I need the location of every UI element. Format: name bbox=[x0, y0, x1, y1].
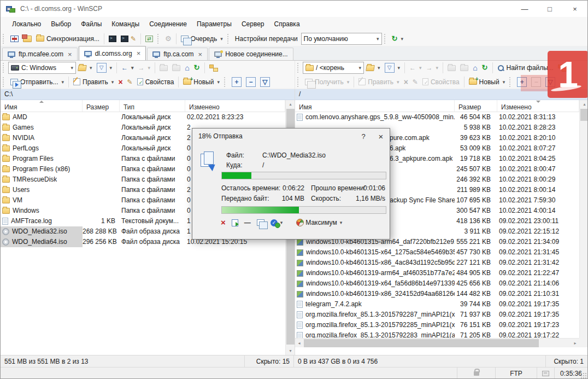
file-row[interactable]: windows10.0-kb4601319-x86_324152d94aa681… bbox=[295, 289, 579, 299]
download-button[interactable]: Получить ▾ bbox=[303, 77, 351, 87]
edit-dropdown-right[interactable]: ▾ bbox=[397, 79, 399, 85]
right-refresh-button[interactable]: ↻ bbox=[480, 63, 490, 72]
speed-limit-button[interactable]: Максимум ▾ bbox=[296, 219, 342, 226]
file-row[interactable]: com.lenovo.anyshare.gps_5.9.8_ww-4050908… bbox=[295, 112, 579, 123]
right-back-button[interactable]: ←▾ bbox=[407, 63, 424, 73]
properties-button-right[interactable]: Свойства bbox=[420, 77, 462, 87]
scroll-right-icon[interactable]: ▸ bbox=[571, 339, 579, 348]
resize-grip[interactable] bbox=[580, 372, 587, 379]
transfer-preset-combo[interactable]: По умолчанию ▾ bbox=[301, 33, 382, 45]
edit-dropdown-left[interactable]: ▾ bbox=[111, 79, 114, 85]
session-tab-ftp.mcafee.com[interactable]: ftp.mcafee.com× bbox=[2, 48, 78, 60]
scroll-up-icon[interactable]: ▴ bbox=[286, 100, 295, 108]
file-row[interactable]: org.mozilla.firefox_85.1.3-2015792287_mi… bbox=[295, 310, 579, 320]
preferences-button[interactable]: ⚙ bbox=[163, 34, 174, 43]
file-row[interactable]: windows10.0-kb4601319-arm64_af460351b77a… bbox=[295, 268, 579, 278]
menu-item-Сервер[interactable]: Сервер bbox=[237, 17, 269, 31]
cmd-grip-right2[interactable] bbox=[509, 77, 513, 87]
file-row[interactable]: windows10.0-kb4601315-x64_1275ac584e5469… bbox=[295, 247, 579, 258]
column-header-Имя[interactable]: Имя bbox=[295, 100, 455, 112]
right-vertical-scrollbar[interactable]: ▴ ▾ bbox=[579, 100, 588, 347]
file-row[interactable]: windows10.0-kb4601319-x64_fa56d86b14e971… bbox=[295, 278, 579, 289]
swap-panels-button[interactable] bbox=[21, 34, 34, 43]
mirror-mode-button[interactable]: ⇄ bbox=[143, 34, 155, 43]
left-open-dir-button[interactable]: ▾ bbox=[76, 64, 95, 72]
speed-limit-dropdown[interactable]: ▾ bbox=[340, 220, 343, 225]
left-refresh-button[interactable]: ↻ bbox=[192, 63, 202, 72]
right-open-dir-button[interactable]: ▾ bbox=[364, 64, 383, 72]
cmd-grip-left2[interactable] bbox=[224, 77, 228, 87]
toolbar-grip4[interactable] bbox=[384, 34, 388, 44]
left-forward-button[interactable]: →▾ bbox=[136, 63, 153, 73]
file-row[interactable]: org.mozilla.firefox_85.1.3-2015792283_mi… bbox=[295, 330, 579, 338]
left-drive-combo[interactable]: C: Windows ▾ bbox=[8, 62, 76, 74]
tab-close-icon[interactable]: × bbox=[198, 50, 203, 59]
session-tab-ftp.ca.com[interactable]: ftp.ca.com× bbox=[147, 48, 208, 60]
move-to-background-button[interactable] bbox=[257, 219, 264, 226]
edit-button-left[interactable]: Править ▾ bbox=[71, 77, 116, 87]
upload-dropdown[interactable]: ▾ bbox=[62, 79, 64, 85]
back-dropdown-r[interactable]: ▾ bbox=[419, 65, 422, 71]
new-button-left[interactable]: Новый ▾ bbox=[181, 77, 222, 87]
cancel-transfer-button[interactable]: × bbox=[221, 219, 226, 226]
dialog-close-button[interactable]: × bbox=[372, 129, 390, 144]
menu-item-Команды[interactable]: Команды bbox=[107, 17, 144, 31]
toolbar-grip2[interactable] bbox=[157, 34, 161, 44]
remote-path-bar[interactable]: / bbox=[295, 89, 588, 100]
minimize-button[interactable]: — bbox=[512, 1, 537, 17]
once-done-dropdown[interactable]: ▾ bbox=[280, 220, 283, 225]
tab-close-icon[interactable]: × bbox=[137, 49, 141, 57]
menu-item-Соединение[interactable]: Соединение bbox=[144, 17, 192, 31]
right-horizontal-scrollbar[interactable]: ◂ ▸ bbox=[295, 338, 579, 347]
queue-button[interactable]: Очередь ▾ bbox=[179, 34, 225, 44]
transfer-dialog-titlebar[interactable]: 18% Отправка ? × bbox=[192, 129, 390, 144]
open-dir-dropdown[interactable]: ▾ bbox=[90, 65, 92, 71]
right-tree-button[interactable] bbox=[556, 63, 568, 72]
forward-dropdown-r[interactable]: ▾ bbox=[436, 65, 439, 71]
scroll-down-icon[interactable]: ▾ bbox=[286, 347, 295, 355]
column-header-Тип[interactable]: Тип bbox=[120, 100, 185, 112]
toolbar-grip3[interactable] bbox=[227, 34, 231, 44]
nav-grip-left[interactable] bbox=[3, 63, 7, 73]
right-hscroll-thumb[interactable] bbox=[304, 339, 539, 347]
session-tab-dl.comss.org[interactable]: dl.comss.org× bbox=[79, 46, 146, 60]
file-row[interactable]: org.mozilla.firefox_85.1.3-2015792285_mi… bbox=[295, 320, 579, 330]
find-files-button[interactable]: Найти файлы... bbox=[495, 63, 556, 73]
column-header-Изменено[interactable]: Изменено bbox=[497, 100, 579, 112]
nav-grip-right[interactable] bbox=[297, 63, 301, 73]
open-dir-dropdown-r[interactable]: ▾ bbox=[378, 65, 380, 71]
refresh-session-button[interactable]: ↻▾ bbox=[390, 34, 405, 43]
left-root-dir-button[interactable] bbox=[170, 64, 183, 72]
column-header-Имя[interactable]: Имя bbox=[1, 100, 83, 112]
maximize-button[interactable]: □ bbox=[537, 1, 562, 17]
left-home-button[interactable]: ⌂ bbox=[183, 63, 191, 72]
select-remove-button-left[interactable]: − bbox=[244, 76, 258, 88]
scroll-left-icon[interactable]: ◂ bbox=[295, 339, 303, 348]
cmd-grip-left[interactable] bbox=[3, 77, 7, 87]
right-parent-dir-button[interactable] bbox=[445, 64, 458, 72]
right-filter-button[interactable]: ▽▾ bbox=[383, 62, 403, 74]
select-add-button-left[interactable]: + bbox=[230, 76, 244, 88]
cmd-grip-right[interactable] bbox=[297, 77, 301, 87]
new-dropdown-left[interactable]: ▾ bbox=[217, 79, 220, 85]
filter-dropdown-r[interactable]: ▾ bbox=[398, 65, 401, 71]
protocol-status[interactable]: FTP bbox=[496, 368, 537, 379]
right-home-button[interactable]: ⌂ bbox=[471, 63, 479, 72]
right-forward-button[interactable]: →▾ bbox=[424, 63, 441, 73]
right-root-dir-button[interactable] bbox=[458, 64, 471, 72]
filter-dropdown[interactable]: ▾ bbox=[110, 65, 113, 71]
menu-item-Выбор[interactable]: Выбор bbox=[46, 17, 76, 31]
select-remove-button-right[interactable]: − bbox=[529, 76, 543, 88]
queue-dropdown-icon[interactable]: ▾ bbox=[220, 36, 223, 42]
download-dropdown[interactable]: ▾ bbox=[347, 79, 350, 85]
menu-item-Параметры[interactable]: Параметры bbox=[192, 17, 237, 31]
upload-button[interactable]: Отправить... ▾ bbox=[8, 77, 66, 87]
close-button[interactable]: × bbox=[562, 1, 587, 17]
left-filter-button[interactable]: ▽▾ bbox=[95, 62, 115, 74]
file-row[interactable]: AMDЛокальный диск02.02.2021 8:23:23 bbox=[1, 112, 285, 123]
skip-file-button[interactable] bbox=[232, 219, 238, 226]
rename-button-left[interactable]: ✎ bbox=[125, 78, 135, 86]
dialog-help-button[interactable]: ? bbox=[355, 129, 372, 144]
refresh-dropdown-icon[interactable]: ▾ bbox=[401, 36, 404, 42]
toolbar-grip[interactable] bbox=[3, 34, 7, 44]
